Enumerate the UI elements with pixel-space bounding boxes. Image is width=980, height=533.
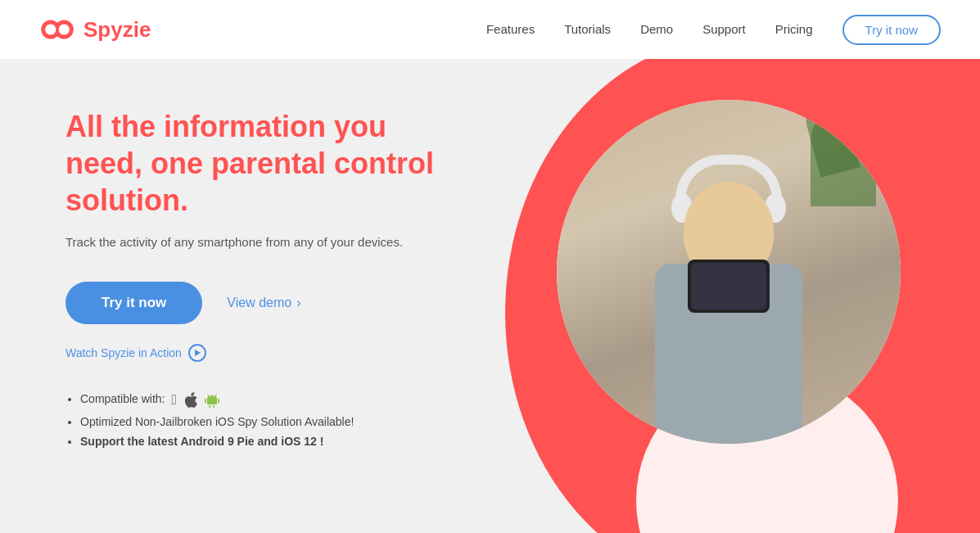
nav-pricing[interactable]: Pricing <box>775 22 813 36</box>
apple-logo-icon <box>183 392 198 409</box>
chevron-right-icon: › <box>296 296 300 310</box>
compat-icons:  <box>171 391 219 409</box>
view-demo-label: View demo <box>227 296 291 310</box>
nav-features[interactable]: Features <box>486 22 535 36</box>
watch-label: Watch Spyzie in Action <box>65 346 182 359</box>
compat-label: Compatible with: <box>80 392 165 405</box>
android-logo-icon <box>205 392 219 409</box>
nav-support[interactable]: Support <box>702 22 746 36</box>
view-demo-button[interactable]: View demo › <box>227 296 300 310</box>
hero-photo <box>557 100 901 444</box>
logo: Spyzie <box>39 17 151 43</box>
apple-icon:  <box>171 391 177 409</box>
compat-item-3: Support the latest Android 9 Pie and iOS… <box>80 435 491 448</box>
main-content: All the information you need, one parent… <box>0 59 980 533</box>
hero-subtitle: Track the activity of any smartphone fro… <box>65 235 409 249</box>
compat-list: Compatible with:  Optimized Non-Jailbro… <box>65 391 491 448</box>
logo-text: Spyzie <box>84 17 151 43</box>
right-section <box>491 59 980 533</box>
navbar: Spyzie Features Tutorials Demo Support P… <box>0 0 980 59</box>
nav-demo[interactable]: Demo <box>640 22 673 36</box>
compat-item-3-text: Support the latest Android 9 Pie and iOS… <box>80 435 323 448</box>
hero-title: All the information you need, one parent… <box>65 108 467 219</box>
nav-tutorials[interactable]: Tutorials <box>564 22 611 36</box>
hero-cta-button[interactable]: Try it now <box>65 282 202 324</box>
nav-links: Features Tutorials Demo Support Pricing … <box>486 15 941 45</box>
svg-point-3 <box>59 24 70 34</box>
hero-image-circle <box>557 100 901 444</box>
left-section: All the information you need, one parent… <box>0 59 491 533</box>
svg-point-2 <box>45 24 56 34</box>
nav-try-button[interactable]: Try it now <box>842 15 941 45</box>
phone-screen <box>691 263 766 309</box>
compat-item-1: Compatible with:  <box>80 391 491 409</box>
logo-icon <box>39 18 75 41</box>
watch-link[interactable]: Watch Spyzie in Action <box>65 344 491 362</box>
play-circle-icon <box>188 344 206 362</box>
compat-item-2: Optimized Non-Jailbroken iOS Spy Solutio… <box>80 415 491 428</box>
compat-item-2-text: Optimized Non-Jailbroken iOS Spy Solutio… <box>80 415 354 428</box>
phone-device <box>688 260 770 313</box>
play-triangle-icon <box>195 350 201 356</box>
cta-row: Try it now View demo › <box>65 282 491 324</box>
